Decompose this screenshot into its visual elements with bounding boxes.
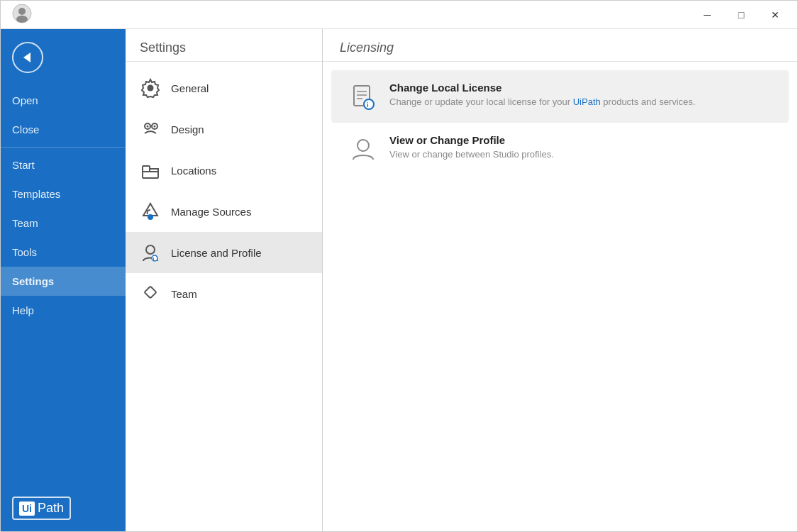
title-bar: ─ □ ✕ — [1, 1, 797, 29]
back-button[interactable] — [1, 29, 126, 86]
content-item-change-license[interactable]: i Change Local License Change or update … — [331, 70, 789, 123]
settings-nav-design[interactable]: Design — [126, 109, 322, 150]
svg-point-12 — [146, 245, 155, 254]
svg-point-22 — [358, 140, 369, 151]
change-license-icon: i — [348, 82, 378, 111]
sidebar-nav: Open Close Start Templates Team Tools Se… — [1, 86, 126, 485]
license-profile-icon: i — [140, 242, 161, 263]
svg-point-11 — [148, 214, 153, 220]
team-icon — [140, 283, 161, 304]
design-icon — [140, 118, 161, 140]
settings-nav-general-label: General — [171, 82, 209, 94]
settings-nav-license-profile[interactable]: i License and Profile — [126, 232, 322, 273]
manage-sources-icon — [140, 201, 161, 222]
user-icon[interactable] — [12, 4, 32, 26]
sidebar-item-team[interactable]: Team — [1, 209, 126, 238]
sidebar-item-tools[interactable]: Tools — [1, 238, 126, 267]
content-item-view-profile[interactable]: View or Change Profile View or change be… — [331, 123, 789, 175]
settings-nav-design-label: Design — [171, 123, 204, 135]
settings-nav-general[interactable]: General — [126, 67, 322, 109]
svg-text:i: i — [367, 101, 369, 109]
svg-text:i: i — [153, 257, 155, 262]
content-area: Licensing i Ch — [323, 29, 797, 531]
view-profile-desc: View or change between Studio profiles. — [389, 149, 554, 160]
sidebar-item-help[interactable]: Help — [1, 296, 126, 325]
settings-nav-locations[interactable]: Locations — [126, 150, 322, 191]
sidebar-item-templates[interactable]: Templates — [1, 179, 126, 209]
settings-nav-team[interactable]: Team — [126, 273, 322, 314]
settings-nav-team-label: Team — [171, 288, 197, 300]
sidebar-item-open[interactable]: Open — [1, 86, 126, 115]
change-license-title: Change Local License — [389, 82, 695, 94]
settings-title: Settings — [126, 29, 322, 62]
settings-nav-locations-label: Locations — [171, 165, 216, 177]
uipath-link[interactable]: UiPath — [573, 96, 601, 107]
settings-nav-license-profile-label: License and Profile — [171, 247, 262, 259]
sidebar: Open Close Start Templates Team Tools Se… — [1, 29, 126, 531]
svg-point-1 — [18, 8, 26, 15]
main-window: ─ □ ✕ Open Close Start Templates Team To… — [0, 0, 798, 532]
uipath-logo: Ui Path — [1, 485, 126, 531]
svg-point-7 — [154, 126, 156, 128]
sidebar-item-close[interactable]: Close — [1, 115, 126, 144]
close-button[interactable]: ✕ — [759, 4, 792, 26]
view-profile-title: View or Change Profile — [389, 134, 554, 146]
svg-rect-15 — [145, 287, 157, 299]
change-license-desc: Change or update your local license for … — [389, 96, 695, 107]
settings-nav-manage-sources[interactable]: Manage Sources — [126, 191, 322, 232]
window-controls: ─ □ ✕ — [691, 4, 792, 26]
svg-point-2 — [16, 16, 28, 23]
minimize-button[interactable]: ─ — [691, 4, 724, 26]
general-icon — [140, 77, 161, 99]
svg-rect-9 — [143, 172, 158, 178]
settings-nav-manage-sources-label: Manage Sources — [171, 206, 251, 218]
sidebar-item-settings[interactable]: Settings — [1, 267, 126, 296]
view-profile-icon — [348, 134, 378, 164]
svg-point-20 — [364, 99, 374, 109]
sidebar-item-start[interactable]: Start — [1, 150, 126, 179]
locations-icon — [140, 160, 161, 181]
content-items: i Change Local License Change or update … — [323, 62, 797, 184]
view-profile-text: View or Change Profile View or change be… — [389, 134, 554, 160]
change-license-text: Change Local License Change or update yo… — [389, 82, 695, 107]
maximize-button[interactable]: □ — [725, 4, 758, 26]
settings-nav: General Design — [126, 62, 322, 320]
section-title: Licensing — [323, 29, 797, 62]
svg-point-5 — [147, 126, 149, 128]
svg-rect-8 — [143, 166, 150, 172]
svg-point-3 — [148, 85, 154, 92]
main-content: Open Close Start Templates Team Tools Se… — [1, 29, 797, 531]
settings-panel: Settings General — [126, 29, 323, 531]
